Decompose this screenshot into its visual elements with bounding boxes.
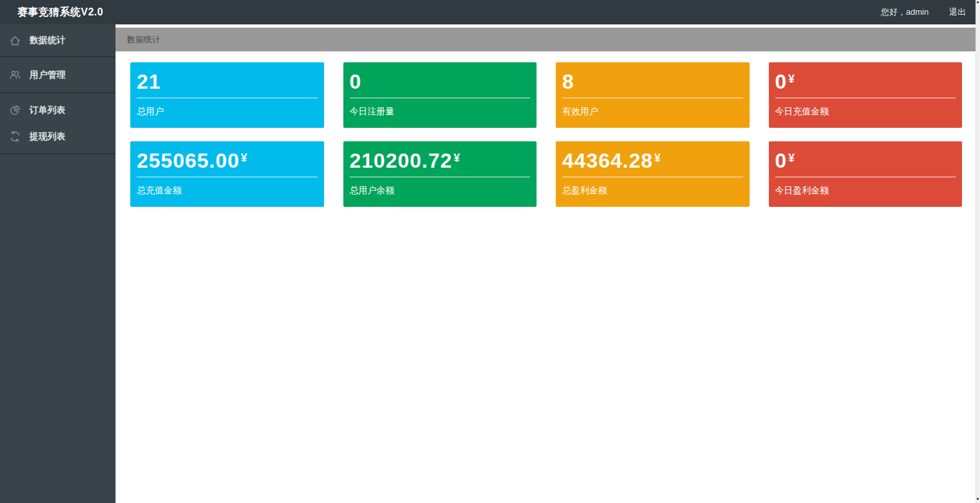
sidebar-group: 数据统计 [0, 24, 116, 57]
sidebar-group: 订单列表 提现列表 [0, 93, 116, 154]
stat-divider [137, 177, 318, 177]
stat-value: 44364.28¥ [562, 148, 743, 173]
sidebar-item-user-management[interactable]: 用户管理 [0, 57, 116, 93]
stat-card-total-user-balance: 210200.72¥ 总用户余额 [343, 141, 537, 207]
stat-label: 总用户余额 [350, 185, 531, 197]
sidebar-item-label: 数据统计 [30, 35, 65, 46]
sidebar-nav: 数据统计 用户管理 订单列表 [0, 24, 116, 503]
currency-symbol: ¥ [788, 73, 795, 85]
stat-value: 210200.72¥ [350, 148, 531, 173]
currency-symbol: ¥ [654, 152, 661, 164]
stat-label: 总用户 [137, 106, 318, 118]
stat-divider [562, 98, 743, 98]
stat-label: 有效用户 [562, 106, 743, 118]
top-header: 赛事竞猜系统V2.0 您好，admin 退出 [0, 0, 980, 24]
stat-divider [775, 177, 956, 177]
sidebar-group: 用户管理 [0, 57, 116, 93]
stat-value: 0 [350, 69, 531, 94]
sidebar-item-label: 提现列表 [30, 131, 65, 143]
stat-value: 0¥ [775, 148, 956, 173]
currency-symbol: ¥ [788, 152, 795, 164]
stat-label: 今日注册量 [350, 106, 531, 118]
pie-chart-icon [9, 104, 21, 116]
sidebar-item-withdraw-list[interactable]: 提现列表 [0, 123, 116, 150]
sidebar-item-data-statistics[interactable]: 数据统计 [0, 24, 116, 57]
main-content: 数据统计 21 总用户 0 今日注册量 8 有效用户 0¥ 今日充值金额 255… [116, 24, 976, 503]
stat-divider [350, 177, 531, 177]
refresh-icon [9, 130, 21, 143]
sidebar-item-label: 订单列表 [30, 105, 65, 116]
stat-value: 255065.00¥ [137, 148, 318, 173]
stat-divider [775, 98, 956, 98]
sidebar-item-label: 用户管理 [30, 69, 65, 81]
home-icon [9, 35, 21, 47]
stat-card-total-recharge: 255065.00¥ 总充值金额 [130, 141, 324, 207]
scrollbar-up-arrow[interactable] [977, 1, 979, 3]
stat-value: 0¥ [775, 69, 956, 94]
stat-card-valid-users: 8 有效用户 [556, 62, 750, 128]
scrollbar-down-arrow[interactable] [977, 498, 979, 500]
stat-card-total-users: 21 总用户 [130, 62, 324, 128]
stat-card-today-profit: 0¥ 今日盈利金额 [769, 141, 963, 207]
stat-cards-grid: 21 总用户 0 今日注册量 8 有效用户 0¥ 今日充值金额 255065.0… [116, 51, 976, 207]
stat-divider [350, 98, 531, 98]
vertical-scrollbar[interactable] [976, 0, 980, 503]
stat-divider [562, 177, 743, 177]
stat-card-today-registrations: 0 今日注册量 [343, 62, 537, 128]
stat-divider [137, 98, 318, 98]
stat-label: 今日充值金额 [775, 106, 956, 118]
currency-symbol: ¥ [454, 152, 461, 164]
stat-value: 21 [137, 69, 318, 94]
currency-symbol: ¥ [241, 152, 248, 164]
user-greeting: 您好，admin [881, 6, 929, 18]
users-icon [9, 69, 21, 81]
breadcrumb: 数据统计 [116, 28, 976, 51]
stat-card-today-recharge: 0¥ 今日充值金额 [769, 62, 963, 128]
stat-label: 总盈利金额 [562, 185, 743, 197]
stat-card-total-profit: 44364.28¥ 总盈利金额 [556, 141, 750, 207]
stat-label: 总充值金额 [137, 185, 318, 197]
breadcrumb-label: 数据统计 [127, 34, 160, 46]
stat-value: 8 [562, 69, 743, 94]
logout-button[interactable]: 退出 [949, 6, 966, 18]
app-title: 赛事竞猜系统V2.0 [0, 6, 103, 19]
stat-label: 今日盈利金额 [775, 185, 956, 197]
sidebar-item-order-list[interactable]: 订单列表 [0, 97, 116, 123]
